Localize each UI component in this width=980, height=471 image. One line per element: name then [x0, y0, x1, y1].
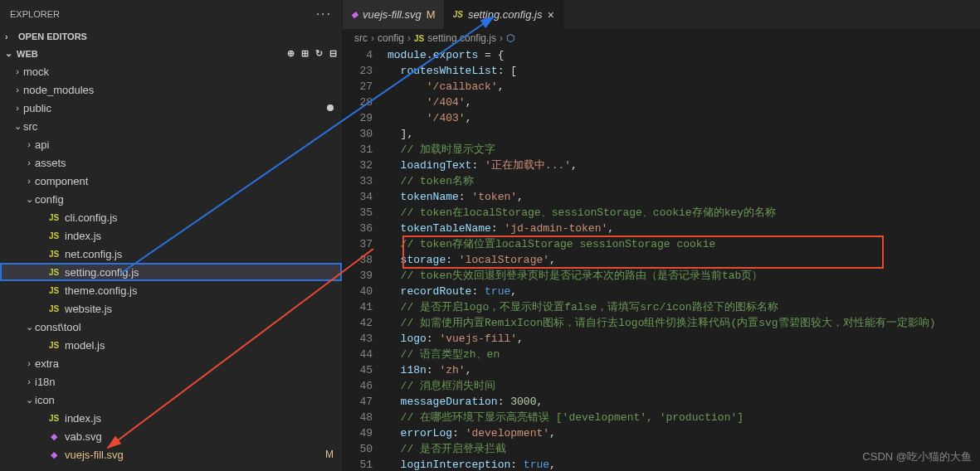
- tree-item-label: model.js: [65, 339, 342, 352]
- chevron-right-icon: ›: [371, 32, 374, 44]
- folder-item[interactable]: ›node_modules: [0, 80, 342, 99]
- folder-item[interactable]: ⌄const\tool: [0, 318, 342, 336]
- modified-dot-icon: [327, 104, 334, 111]
- js-file-icon: JS: [46, 286, 61, 295]
- file-item[interactable]: ◆vab.svg: [0, 427, 342, 445]
- file-item[interactable]: JStheme.config.js: [0, 281, 342, 299]
- file-item[interactable]: ◆vuejs-fill.svgM: [0, 445, 342, 464]
- line-number: 32: [343, 158, 373, 173]
- file-item[interactable]: JSmodel.js: [0, 336, 342, 354]
- chevron-right-icon: ›: [407, 32, 411, 44]
- file-item[interactable]: JSindex.js: [0, 409, 342, 427]
- more-actions-icon[interactable]: ···: [316, 7, 332, 22]
- tree-item-label: cli.config.js: [65, 211, 342, 224]
- folder-item[interactable]: ›public: [0, 99, 342, 117]
- line-number: 27: [343, 79, 373, 95]
- tree-item-label: api: [35, 138, 342, 151]
- folder-item[interactable]: ›mock: [0, 62, 342, 80]
- code-line[interactable]: // 是否开启logo，不显示时设置false，请填写src/icon路径下的图…: [388, 299, 980, 315]
- chevron-down-icon: ⌄: [23, 194, 35, 205]
- line-number: 37: [343, 236, 373, 252]
- open-editors-section[interactable]: › OPEN EDITORS: [0, 28, 342, 45]
- folder-item[interactable]: ›assets: [0, 153, 342, 172]
- code-line[interactable]: routesWhiteList: [: [388, 63, 980, 79]
- chevron-right-icon: ›: [12, 85, 23, 95]
- code-line[interactable]: '/403',: [388, 110, 980, 126]
- tree-item-label: vab.svg: [65, 430, 342, 443]
- folder-item[interactable]: ›api: [0, 135, 342, 153]
- code-line[interactable]: logo: 'vuejs-fill',: [388, 331, 980, 347]
- tree-item-label: node_modules: [23, 84, 342, 96]
- tree-item-label: src: [23, 120, 342, 133]
- line-number: 23: [343, 63, 373, 79]
- code-line[interactable]: messageDuration: 3000,: [388, 394, 980, 410]
- folder-item[interactable]: ›component: [0, 172, 342, 190]
- code-line[interactable]: tokenTableName: 'jd-admin-token',: [388, 221, 980, 236]
- line-number: 40: [343, 284, 373, 299]
- git-modified-badge: M: [325, 449, 334, 460]
- chevron-right-icon: ›: [500, 32, 503, 44]
- code-line[interactable]: ],: [388, 126, 980, 142]
- collapse-icon[interactable]: ⊟: [329, 48, 337, 59]
- line-number: 49: [343, 425, 373, 441]
- watermark: CSDN @吃小猫的大鱼: [862, 449, 972, 464]
- file-item[interactable]: JSnet.config.js: [0, 245, 342, 263]
- file-item[interactable]: JSsetting.config.js: [0, 263, 342, 281]
- code-line[interactable]: // token失效回退到登录页时是否记录本次的路由（是否记录当前tab页）: [388, 268, 980, 284]
- breadcrumb-item[interactable]: config: [378, 32, 404, 44]
- file-item[interactable]: JSwebsite.js: [0, 299, 342, 318]
- line-number: 45: [343, 362, 373, 378]
- tree-item-label: assets: [35, 157, 342, 169]
- code-area[interactable]: 4232728293031323334353637383940414243444…: [343, 47, 980, 471]
- code-line[interactable]: errorLog: 'development',: [388, 425, 980, 441]
- workspace-section[interactable]: ⌄ WEB ⊕ ⊞ ↻ ⊟: [0, 45, 342, 62]
- workspace-actions: ⊕ ⊞ ↻ ⊟: [287, 48, 337, 59]
- code-line[interactable]: i18n: 'zh',: [388, 362, 980, 378]
- close-icon[interactable]: ×: [547, 8, 553, 22]
- chevron-right-icon: ›: [23, 176, 35, 186]
- code-line[interactable]: '/callback',: [388, 79, 980, 95]
- new-file-icon[interactable]: ⊕: [287, 48, 295, 59]
- file-item[interactable]: JScli.config.js: [0, 208, 342, 226]
- folder-item[interactable]: ⌄src: [0, 117, 342, 135]
- code-line[interactable]: // 在哪些环境下显示高亮错误 ['development', 'product…: [388, 410, 980, 425]
- code-content[interactable]: module.exports = { routesWhiteList: [ '/…: [388, 47, 980, 471]
- tree-item-label: component: [35, 175, 342, 187]
- code-line[interactable]: '/404',: [388, 95, 980, 110]
- folder-item[interactable]: ⌄icon: [0, 391, 342, 409]
- line-number: 34: [343, 189, 373, 205]
- tree-item-label: setting.config.js: [65, 266, 342, 279]
- folder-item[interactable]: ⌄config: [0, 190, 342, 208]
- code-line[interactable]: loadingText: '正在加载中...',: [388, 158, 980, 173]
- refresh-icon[interactable]: ↻: [315, 48, 323, 59]
- breadcrumb-item[interactable]: setting.config.js: [427, 32, 496, 44]
- tree-item-label: website.js: [65, 303, 342, 315]
- chevron-right-icon: ›: [12, 66, 23, 76]
- tab-label: vuejs-fill.svg: [363, 8, 422, 21]
- code-line[interactable]: module.exports = {: [388, 47, 980, 63]
- explorer-sidebar: EXPLORER ··· › OPEN EDITORS ⌄ WEB ⊕ ⊞ ↻ …: [0, 0, 343, 471]
- breadcrumb-item[interactable]: src: [354, 32, 368, 44]
- chevron-right-icon: ›: [23, 376, 35, 386]
- explorer-title: EXPLORER: [10, 9, 60, 19]
- code-line[interactable]: // 消息框消失时间: [388, 378, 980, 394]
- line-number: 33: [343, 173, 373, 189]
- code-line[interactable]: // token存储位置localStorage sessionStorage …: [388, 236, 980, 252]
- editor-tab[interactable]: JSsetting.config.js×: [445, 0, 563, 29]
- code-line[interactable]: // 如需使用内置RemixIcon图标，请自行去logo组件切换注释代码(内置…: [388, 315, 980, 331]
- code-line[interactable]: // token名称: [388, 173, 980, 189]
- code-line[interactable]: storage: 'localStorage',: [388, 252, 980, 268]
- editor-tab[interactable]: ◆vuejs-fill.svgM: [343, 0, 445, 29]
- file-item[interactable]: JSindex.js: [0, 226, 342, 245]
- code-line[interactable]: // 加载时显示文字: [388, 142, 980, 158]
- line-number: 38: [343, 252, 373, 268]
- folder-item[interactable]: ›extra: [0, 354, 342, 372]
- tree-item-label: config: [35, 193, 342, 206]
- code-line[interactable]: recordRoute: true,: [388, 284, 980, 299]
- code-line[interactable]: // token在localStorage、sessionStorage、coo…: [388, 205, 980, 221]
- breadcrumb[interactable]: src›config›JS setting.config.js›⬡: [343, 29, 980, 47]
- new-folder-icon[interactable]: ⊞: [301, 48, 309, 59]
- folder-item[interactable]: ›i18n: [0, 372, 342, 391]
- code-line[interactable]: tokenName: 'token',: [388, 189, 980, 205]
- code-line[interactable]: // 语言类型zh、en: [388, 347, 980, 362]
